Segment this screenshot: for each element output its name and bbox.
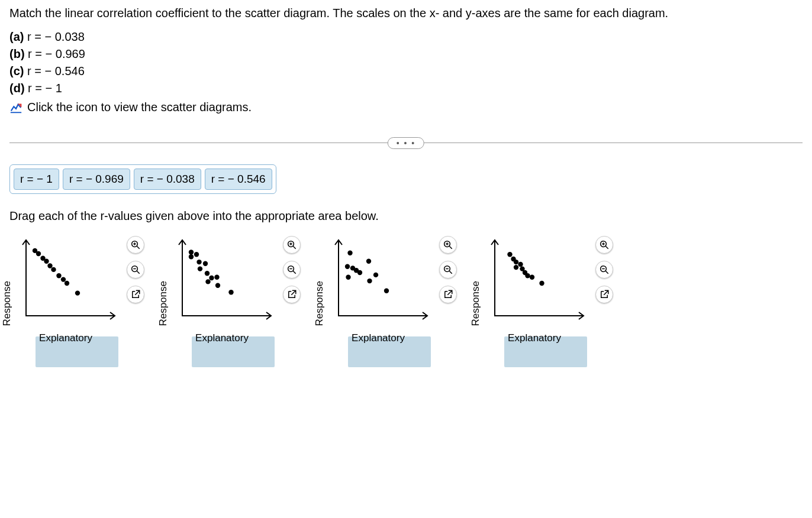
options-list: (a) r = − 0.038 (b) r = − 0.969 (c) r = … [9,28,803,97]
scatter-point [518,262,523,267]
chip-r-neg0546[interactable]: r = − 0.546 [205,169,272,190]
scatter-point [507,252,512,257]
scatter-panel-2: Response Explanatory [166,234,301,367]
popout-icon[interactable] [283,286,301,303]
scatter-point [189,254,194,259]
scatter-point [47,263,52,268]
chip-tray: r = − 1 r = − 0.969 r = − 0.038 r = − 0.… [9,164,276,194]
scatter-point [196,260,201,264]
scatter-svg-3 [322,234,434,328]
help-line: Click the icon to view the scatter diagr… [9,101,803,114]
scatter-point [366,259,371,264]
scatter-point [209,276,214,280]
tool-column-3 [439,236,457,303]
svg-line-2 [137,246,140,249]
option-a-text: r = − 0.038 [27,30,85,43]
scatter-svg-1 [9,234,122,328]
option-c-label: (c) [9,64,24,77]
y-axis-label: Response [1,281,13,326]
x-axis-label: Explanatory [478,332,591,344]
y-axis-label: Response [157,281,169,326]
svg-line-9 [293,246,296,249]
scatter-point [373,273,378,277]
scatter-plot-3: Response Explanatory [322,234,434,328]
popout-icon[interactable] [595,286,613,303]
scatter-point [198,266,202,271]
scatter-point [75,290,80,295]
zoom-out-icon[interactable] [595,261,613,279]
scatter-point [530,275,534,280]
option-a: (a) r = − 0.038 [9,28,803,46]
scatter-plot-2: Response Explanatory [166,234,278,328]
scatter-point [346,275,350,280]
popout-icon[interactable] [439,286,457,303]
option-b: (b) r = − 0.969 [9,46,803,63]
option-d-text: r = − 1 [28,82,62,95]
scatter-plot-4: Response Explanatory [478,234,591,328]
y-axis-label: Response [314,281,326,326]
scatter-point [205,271,210,276]
section-divider: • • • [9,143,803,143]
scatter-point [228,290,233,294]
drag-instruction: Drag each of the r-values given above in… [9,209,803,223]
option-d-label: (d) [9,82,25,95]
popout-icon[interactable] [127,286,144,303]
scatter-panels: Response Explanatory Response [9,234,803,367]
scatter-panel-1: Response Explanatory [9,234,144,367]
scatter-point [347,251,352,255]
option-b-text: r = − 0.969 [28,47,85,60]
scatter-svg-2 [166,234,278,328]
tool-column-2 [283,236,301,303]
zoom-in-icon[interactable] [595,236,613,254]
option-c-text: r = − 0.546 [27,64,85,77]
zoom-in-icon[interactable] [127,236,144,254]
x-axis-label: Explanatory [322,332,434,344]
question-text: Match the linear correlation coefficient… [9,5,803,21]
svg-line-16 [449,246,452,249]
scatter-panel-4: Response Explanatory [478,234,613,367]
chip-r-neg0038[interactable]: r = − 0.038 [134,169,201,190]
option-c: (c) r = − 0.546 [9,63,803,80]
zoom-out-icon[interactable] [283,261,301,279]
zoom-in-icon[interactable] [283,236,301,254]
scatter-point [203,261,208,266]
svg-line-6 [137,271,140,274]
scatter-plot-1: Response Explanatory [9,234,122,328]
scatter-panel-3: Response Explanatory [322,234,457,367]
tool-column-4 [595,236,613,303]
scatter-point [214,275,219,280]
scatter-point [514,260,518,264]
scatter-point [65,281,69,286]
option-d: (d) r = − 1 [9,80,803,97]
chip-r-neg0969[interactable]: r = − 0.969 [63,169,130,190]
scatter-point [189,250,194,254]
chip-r-neg1[interactable]: r = − 1 [14,169,59,190]
scatter-point [525,273,530,278]
scatter-point [215,283,220,288]
svg-line-23 [605,246,608,249]
scatter-point [357,270,362,275]
zoom-out-icon[interactable] [439,261,457,279]
expand-pill[interactable]: • • • [388,137,424,149]
zoom-out-icon[interactable] [127,261,144,279]
tool-column-1 [127,236,144,303]
scatter-point [205,279,210,284]
scatter-point [51,267,56,272]
svg-line-27 [605,271,608,274]
x-axis-label: Explanatory [9,332,122,344]
scatter-point [539,281,544,286]
svg-line-20 [449,271,452,274]
scatter-point [194,252,199,257]
svg-rect-0 [11,112,21,113]
scatter-point [36,251,41,256]
scatter-point [345,264,350,269]
y-axis-label: Response [470,281,482,326]
option-b-label: (b) [9,47,25,60]
help-text: Click the icon to view the scatter diagr… [27,101,252,114]
zoom-in-icon[interactable] [439,236,457,254]
scatter-point [56,273,61,278]
x-axis-label: Explanatory [166,332,278,344]
scatter-point [367,279,372,283]
chart-icon[interactable] [9,101,22,114]
scatter-point [61,277,66,281]
